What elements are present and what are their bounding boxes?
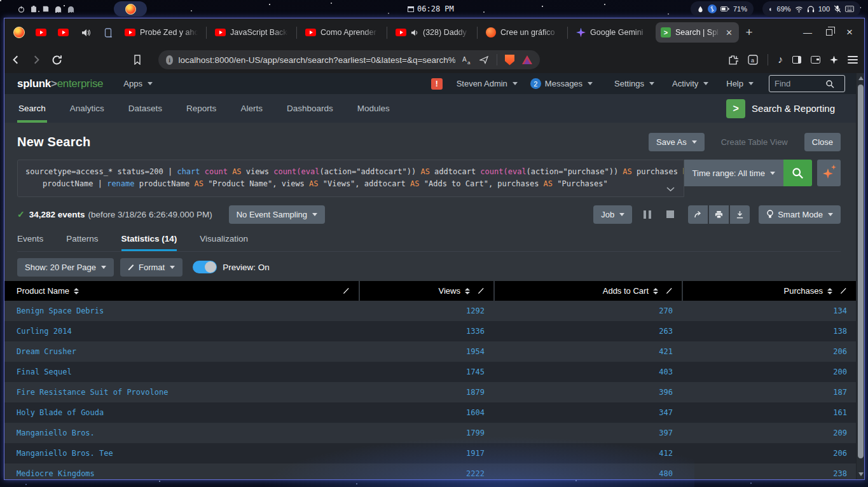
- disk-icon[interactable]: [43, 6, 49, 12]
- job-menu-button[interactable]: Job: [593, 205, 632, 224]
- browser-tab-1[interactable]: Probé Zed y aho: [120, 22, 203, 43]
- share-job-button[interactable]: [688, 205, 708, 224]
- views-cell[interactable]: 1799: [359, 423, 493, 443]
- scrollbar-thumb[interactable]: [858, 85, 864, 458]
- edit-column-icon[interactable]: [478, 287, 485, 294]
- dock-brave-launcher[interactable]: [114, 1, 147, 17]
- brave-shield-icon[interactable]: [505, 55, 514, 65]
- edit-column-icon[interactable]: [666, 287, 673, 294]
- url-bar[interactable]: i localhost:8000/en-US/app/search/search…: [158, 50, 540, 69]
- nav-item-search[interactable]: Search: [17, 94, 47, 123]
- product-name-cell[interactable]: Manganiello Bros.: [4, 423, 359, 443]
- product-name-cell[interactable]: Manganiello Bros. Tee: [4, 443, 359, 463]
- browser-tab-6[interactable]: Google Gemini: [571, 22, 654, 43]
- tab-close-icon[interactable]: ✕: [724, 28, 734, 38]
- status-pill-media[interactable]: ◐ 69% 100: [762, 1, 860, 17]
- nav-item-dashboards[interactable]: Dashboards: [286, 94, 334, 123]
- pinned-tab-brave[interactable]: [8, 22, 29, 43]
- nav-item-analytics[interactable]: Analytics: [69, 94, 106, 123]
- brave-rewards-icon[interactable]: [522, 55, 532, 64]
- help-menu[interactable]: Help: [720, 73, 760, 94]
- back-button[interactable]: [11, 55, 25, 65]
- product-name-cell[interactable]: Holy Blade of Gouda: [4, 402, 359, 423]
- product-name-cell[interactable]: Fire Resistance Suit of Provolone: [4, 382, 359, 402]
- tab-statistics[interactable]: Statistics (14): [121, 234, 177, 251]
- purchases-cell[interactable]: 134: [682, 301, 856, 321]
- nav-item-alerts[interactable]: Alerts: [239, 94, 264, 123]
- adds-to-cart-cell[interactable]: 396: [493, 382, 682, 402]
- product-name-cell[interactable]: Final Sequel: [4, 362, 359, 382]
- bookmark-icon[interactable]: [133, 55, 147, 65]
- column-header-adds-to-cart[interactable]: Adds to Cart: [493, 281, 682, 301]
- views-cell[interactable]: 1745: [359, 362, 493, 382]
- status-pill-connectivity[interactable]: 71%: [691, 1, 754, 17]
- edit-column-icon[interactable]: [343, 287, 350, 294]
- nav-item-datasets[interactable]: Datasets: [127, 94, 163, 123]
- page-scrollbar[interactable]: [856, 73, 864, 479]
- activity-menu[interactable]: Activity: [666, 73, 715, 94]
- extensions-icon[interactable]: [727, 55, 738, 65]
- pinned-tab-audio[interactable]: [75, 22, 96, 43]
- product-name-cell[interactable]: Mediocre Kingdoms: [4, 463, 359, 479]
- ghost-app-icon[interactable]: [55, 6, 62, 13]
- purchases-cell[interactable]: 238: [682, 463, 856, 479]
- save-as-button[interactable]: Save As: [649, 133, 705, 151]
- scroll-up-arrow[interactable]: [858, 76, 864, 80]
- minimize-button[interactable]: —: [803, 27, 812, 38]
- adds-to-cart-cell[interactable]: 347: [493, 402, 682, 423]
- system-clock[interactable]: 06:28 PM: [408, 0, 454, 18]
- messages-menu[interactable]: 2 Messages: [524, 73, 599, 94]
- music-note-icon[interactable]: ♪: [778, 54, 783, 65]
- event-sampling-button[interactable]: No Event Sampling: [229, 205, 325, 224]
- run-search-button[interactable]: [783, 160, 812, 186]
- tab-visualization[interactable]: Visualization: [200, 234, 248, 251]
- create-table-view-button[interactable]: Create Table View: [713, 133, 796, 151]
- new-tab-button[interactable]: +: [740, 24, 758, 41]
- ai-assistant-button[interactable]: [817, 160, 841, 186]
- adds-to-cart-cell[interactable]: 397: [493, 423, 682, 443]
- browser-tab-active[interactable]: > Search | Spl ✕: [656, 22, 739, 43]
- reload-button[interactable]: [52, 55, 65, 65]
- time-range-picker[interactable]: Time range: All time: [684, 160, 783, 186]
- ghost-app-icon-2[interactable]: [67, 6, 74, 13]
- pause-job-icon[interactable]: [644, 210, 651, 219]
- adds-to-cart-cell[interactable]: 263: [493, 321, 682, 341]
- wallet-icon[interactable]: [811, 56, 820, 64]
- pinned-tab-device[interactable]: [97, 22, 118, 43]
- views-cell[interactable]: 1604: [359, 402, 493, 423]
- column-header-purchases[interactable]: Purchases: [682, 281, 856, 301]
- splunk-logo[interactable]: splunk>enterprise: [17, 78, 103, 90]
- menu-icon[interactable]: [848, 56, 858, 64]
- print-button[interactable]: [709, 205, 729, 224]
- adds-to-cart-cell[interactable]: 412: [493, 443, 682, 463]
- user-menu[interactable]: Steven Admin: [450, 73, 524, 94]
- column-header-product-name[interactable]: Product Name: [4, 281, 359, 301]
- views-cell[interactable]: 1954: [359, 341, 493, 362]
- views-cell[interactable]: 1879: [359, 382, 493, 402]
- search-query-input[interactable]: sourcetype=access_* status=200 | chart c…: [17, 160, 684, 197]
- find-search-box[interactable]: [769, 75, 845, 92]
- stop-job-icon[interactable]: [666, 210, 674, 218]
- adds-to-cart-cell[interactable]: 480: [493, 463, 682, 479]
- product-name-cell[interactable]: Curling 2014: [4, 321, 359, 341]
- pinned-tab-youtube-2[interactable]: [53, 22, 74, 43]
- product-name-cell[interactable]: Dream Crusher: [4, 341, 359, 362]
- tab-patterns[interactable]: Patterns: [66, 234, 98, 251]
- restore-button[interactable]: [826, 29, 832, 36]
- adds-to-cart-cell[interactable]: 403: [493, 362, 682, 382]
- product-name-cell[interactable]: Benign Space Debris: [4, 301, 359, 321]
- purchases-cell[interactable]: 161: [682, 402, 856, 423]
- pinned-tab-youtube-1[interactable]: [31, 22, 52, 43]
- apps-menu[interactable]: Apps: [117, 73, 159, 94]
- scroll-down-arrow[interactable]: [858, 472, 864, 476]
- forward-button[interactable]: [31, 55, 45, 65]
- nav-item-reports[interactable]: Reports: [185, 94, 217, 123]
- translate-icon[interactable]: Aa: [462, 55, 472, 65]
- column-header-views[interactable]: Views: [359, 281, 493, 301]
- views-cell[interactable]: 1292: [359, 301, 493, 321]
- purchases-cell[interactable]: 206: [682, 443, 856, 463]
- purchases-cell[interactable]: 187: [682, 382, 856, 402]
- format-button[interactable]: Format: [120, 258, 183, 277]
- app-identity[interactable]: > Search & Reporting: [726, 99, 835, 118]
- purchases-cell[interactable]: 200: [682, 362, 856, 382]
